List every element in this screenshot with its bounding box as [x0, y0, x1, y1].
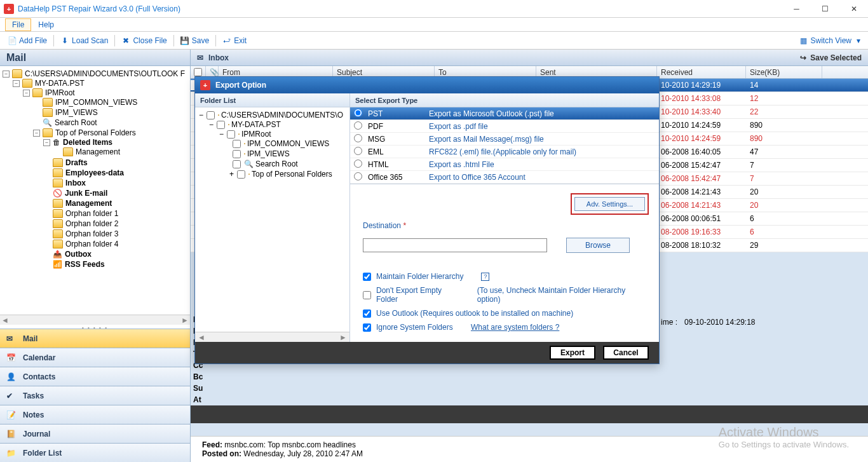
col-received[interactable]: Received [657, 66, 746, 78]
tree-root[interactable]: C:\USERS\ADMIN\DOCUMENTS\OUTLOOK F [24, 69, 186, 78]
export-type-row[interactable]: HTMLExport as .html File [350, 158, 659, 171]
export-type-row[interactable]: PDFExport as .pdf file [350, 120, 659, 133]
tree-item[interactable]: Outbox [64, 250, 93, 259]
menu-file[interactable]: File [5, 18, 31, 31]
tree-item[interactable]: RSS Feeds [64, 260, 106, 269]
detail-prefix: Su [191, 384, 208, 395]
tree-item[interactable]: IPM_VIEWS [247, 149, 290, 158]
export-type-row[interactable]: Office 365Export to Office 365 Account [350, 171, 659, 184]
tree-item[interactable]: Inbox [64, 179, 87, 187]
folder-icon [218, 114, 219, 116]
export-type-row[interactable]: MSGExport as Mail Message(.msg) file [350, 133, 659, 146]
save-button[interactable]: 💾Save [177, 35, 213, 46]
menu-help[interactable]: Help [31, 18, 61, 31]
close-file-button[interactable]: ✖Close File [118, 35, 170, 46]
tree-item[interactable]: IPMRoot [241, 130, 271, 139]
horizontal-scrollbar[interactable]: ◄► [0, 315, 190, 325]
cell-received: 10-2010 14:29:19 [657, 81, 746, 90]
export-button[interactable]: Export [550, 346, 595, 360]
system-folders-link[interactable]: What are system folders ? [471, 323, 559, 332]
nav-journal[interactable]: 📔Journal [0, 424, 190, 443]
tree-item[interactable]: Management [64, 199, 113, 208]
nav-folder-list[interactable]: 📁Folder List [0, 443, 190, 462]
modal-scrollbar[interactable]: ◄► [195, 332, 349, 342]
tree-item[interactable]: C:\USERS\ADMIN\DOCUMENTS\O [221, 111, 343, 119]
ignore-system-checkbox[interactable] [363, 323, 371, 332]
tree-item[interactable]: IPM_VIEWS [54, 108, 99, 117]
export-type-radio[interactable] [354, 160, 362, 168]
tree-item[interactable]: Search Root [255, 160, 298, 168]
adv-settings-highlight: Adv. Settings... [571, 193, 649, 215]
tree-checkbox[interactable] [233, 160, 241, 168]
col-size[interactable]: Size(KB) [746, 66, 822, 78]
tree-checkbox[interactable] [227, 130, 235, 139]
tree-checkbox[interactable] [237, 170, 245, 179]
folder-icon [53, 199, 63, 208]
tree-item[interactable]: IPM_COMMON_VIEWS [247, 139, 329, 148]
cell-size: 20 [746, 187, 822, 196]
cancel-button[interactable]: Cancel [603, 346, 649, 360]
exit-icon: ⮐ [222, 36, 231, 45]
tree-item[interactable]: Orphan folder 4 [64, 240, 119, 248]
export-type-radio[interactable] [354, 121, 362, 130]
select-all-checkbox[interactable] [194, 68, 202, 76]
folder-icon [43, 108, 53, 117]
tree-item[interactable]: IPMRoot [44, 88, 76, 97]
folder-tree[interactable]: −C:\USERS\ADMIN\DOCUMENTS\OUTLOOK F −MY-… [0, 66, 190, 315]
tree-item[interactable]: Top of Personal Folders [252, 170, 332, 179]
dialog-title-bar[interactable]: + Export Option [195, 77, 659, 93]
maintain-hierarchy-checkbox[interactable] [363, 273, 371, 281]
exit-button[interactable]: ⮐Exit [219, 35, 250, 46]
tree-item[interactable]: Junk E-mail [64, 189, 109, 198]
nav-calendar[interactable]: 📅Calendar [0, 348, 190, 367]
tree-item[interactable]: MY-DATA.PST [231, 120, 281, 129]
tree-item[interactable]: Search Root [53, 118, 98, 127]
minimize-button[interactable]: ─ [782, 0, 811, 18]
adv-settings-button[interactable]: Adv. Settings... [574, 197, 645, 211]
nav-label: Notes [23, 411, 44, 419]
tree-item[interactable]: Orphan folder 1 [64, 209, 119, 218]
export-format: MSG [365, 135, 429, 144]
tree-checkbox[interactable] [233, 140, 241, 148]
tree-item[interactable]: Management [74, 147, 121, 156]
export-format: EML [365, 147, 429, 156]
tree-checkbox[interactable] [207, 111, 215, 119]
dont-export-empty-checkbox[interactable] [363, 291, 371, 299]
load-scan-button[interactable]: ⬇Load Scan [57, 35, 112, 46]
tree-checkbox[interactable] [233, 150, 241, 158]
save-selected-button[interactable]: ↪Save Selected [800, 53, 862, 62]
nav-mail[interactable]: ✉Mail [0, 329, 190, 348]
tree-checkbox[interactable] [217, 121, 225, 129]
modal-folder-tree[interactable]: −C:\USERS\ADMIN\DOCUMENTS\O −MY-DATA.PST… [195, 107, 349, 332]
tree-item[interactable]: Top of Personal Folders [54, 128, 137, 137]
export-type-radio[interactable] [354, 172, 362, 180]
switch-view-icon: ▦ [799, 36, 808, 45]
export-type-radio[interactable] [354, 109, 362, 117]
destination-input[interactable] [363, 238, 547, 252]
tree-item[interactable]: Employees-data [64, 168, 125, 177]
help-icon[interactable]: ? [481, 273, 489, 281]
maximize-button[interactable]: ☐ [811, 0, 839, 18]
export-type-row[interactable]: EMLRFC822 (.eml) file.(Applicable only f… [350, 146, 659, 158]
export-type-row[interactable]: PSTExport as Microsoft Outlook (.pst) fi… [350, 107, 659, 120]
tree-item[interactable]: Orphan folder 2 [64, 219, 119, 228]
browse-button[interactable]: Browse [566, 238, 630, 253]
tree-item[interactable]: MY-DATA.PST [34, 79, 86, 88]
search-icon: 🔍 [244, 160, 254, 168]
detail-time-value: 09-10-2010 14:29:18 [684, 318, 755, 327]
close-button[interactable]: ✕ [839, 0, 868, 18]
folder-icon [53, 229, 63, 238]
tree-item[interactable]: Drafts [64, 158, 89, 167]
tree-item[interactable]: IPM_COMMON_VIEWS [54, 98, 139, 107]
nav-contacts[interactable]: 👤Contacts [0, 367, 190, 386]
add-file-button[interactable]: 📄Add File [4, 35, 51, 46]
tree-item[interactable]: Orphan folder 3 [64, 229, 119, 238]
switch-view-button[interactable]: ▦Switch View▾ [796, 35, 864, 46]
tree-item[interactable]: Deleted Items [62, 138, 114, 147]
nav-tasks[interactable]: ✔Tasks [0, 386, 190, 405]
export-format: HTML [365, 160, 429, 169]
nav-notes[interactable]: 📝Notes [0, 405, 190, 424]
use-outlook-checkbox[interactable] [363, 309, 371, 318]
export-type-radio[interactable] [354, 134, 362, 142]
export-type-radio[interactable] [354, 147, 362, 155]
